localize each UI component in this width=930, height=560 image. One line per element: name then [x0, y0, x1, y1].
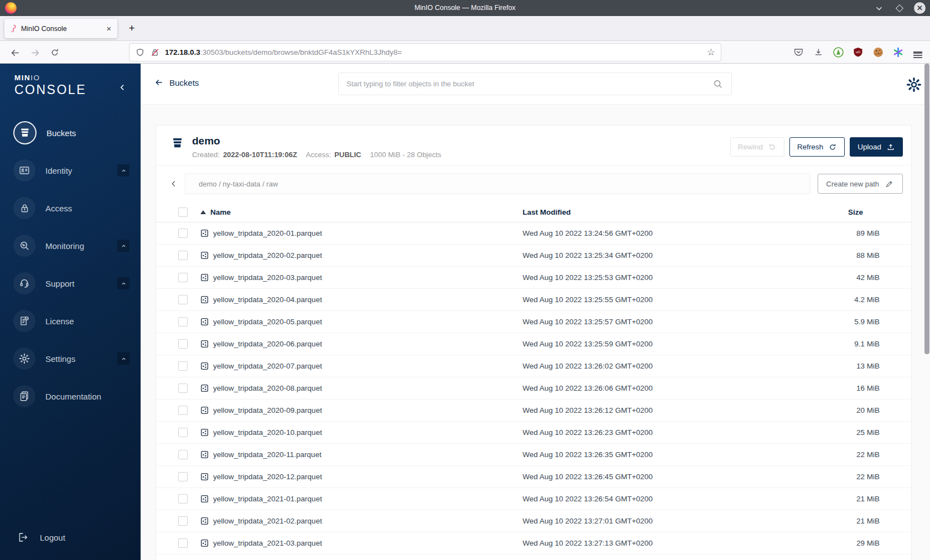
- row-checkbox[interactable]: [178, 472, 188, 481]
- table-row[interactable]: yellow_tripdata_2020-05.parquet Wed Aug …: [156, 311, 911, 333]
- back-arrow-icon: [154, 77, 164, 87]
- tracking-shield-icon[interactable]: [135, 48, 145, 58]
- back-label: Buckets: [169, 78, 199, 87]
- row-checkbox[interactable]: [178, 317, 188, 326]
- search-input[interactable]: [347, 80, 712, 88]
- downloads-icon[interactable]: [812, 45, 825, 59]
- tab-close-icon[interactable]: ×: [105, 24, 112, 33]
- asterisk-extension-icon[interactable]: [891, 45, 905, 59]
- sidebar-item-logout[interactable]: Logout: [17, 531, 65, 543]
- row-checkbox[interactable]: [178, 494, 188, 504]
- create-new-path-button[interactable]: Create new path: [818, 174, 903, 194]
- sidebar-item-buckets[interactable]: Buckets: [0, 114, 141, 152]
- access-icon: [19, 203, 30, 214]
- page-scrollbar[interactable]: [924, 64, 929, 354]
- settings-gear-icon[interactable]: [906, 76, 922, 93]
- logout-icon: [17, 531, 29, 543]
- table-row[interactable]: yellow_tripdata_2021-03.parquet Wed Aug …: [156, 532, 911, 554]
- cookie-extension-icon[interactable]: [871, 45, 885, 59]
- select-all-checkbox[interactable]: [178, 208, 188, 217]
- column-header-modified[interactable]: Last Modified: [523, 208, 848, 216]
- table-row[interactable]: yellow_tripdata_2020-03.parquet Wed Aug …: [156, 267, 911, 289]
- breadcrumb[interactable]: demo / ny-taxi-data / raw: [185, 173, 810, 194]
- table-row[interactable]: yellow_tripdata_2020-01.parquet Wed Aug …: [156, 222, 911, 245]
- insecure-lock-icon[interactable]: [150, 48, 160, 58]
- url-text: 172.18.0.3:30503/buckets/demo/browse/bnk…: [165, 48, 707, 56]
- rewind-button[interactable]: Rewind: [730, 137, 784, 157]
- upload-button[interactable]: Upload: [850, 137, 903, 157]
- menu-hamburger-icon[interactable]: [911, 45, 924, 59]
- row-checkbox[interactable]: [178, 361, 188, 371]
- column-header-name[interactable]: Name: [210, 208, 231, 216]
- refresh-icon: [828, 143, 837, 152]
- row-checkbox[interactable]: [178, 516, 188, 526]
- browser-toolbar: 172.18.0.3:30503/buckets/demo/browse/bnk…: [0, 41, 930, 64]
- table-row[interactable]: yellow_tripdata_2020-08.parquet Wed Aug …: [156, 377, 911, 400]
- chevron-up-icon[interactable]: [117, 164, 130, 177]
- table-row[interactable]: yellow_tripdata_2020-10.parquet Wed Aug …: [156, 422, 911, 444]
- ublock-origin-extension-icon[interactable]: uO: [851, 45, 865, 59]
- row-checkbox[interactable]: [178, 251, 188, 260]
- tab-bar: MinIO Console × +: [0, 16, 930, 41]
- bucket-name: demo: [192, 135, 441, 147]
- browser-back-button[interactable]: [8, 45, 22, 60]
- object-filter-searchbox: [338, 72, 732, 95]
- row-checkbox[interactable]: [178, 538, 188, 548]
- monitoring-icon: [18, 240, 30, 252]
- object-file-icon: [200, 384, 209, 392]
- row-checkbox[interactable]: [178, 339, 188, 349]
- browser-tab-minio-console[interactable]: MinIO Console ×: [4, 19, 117, 38]
- window-maximize-button[interactable]: [893, 2, 906, 14]
- back-to-buckets-link[interactable]: Buckets: [154, 77, 199, 87]
- logout-label: Logout: [40, 533, 65, 542]
- object-file-icon: [200, 362, 209, 370]
- privacy-badger-extension-icon[interactable]: [831, 45, 845, 59]
- table-row[interactable]: yellow_tripdata_2020-07.parquet Wed Aug …: [156, 355, 911, 377]
- object-file-icon: [200, 340, 209, 348]
- refresh-button[interactable]: Refresh: [789, 137, 845, 157]
- sidebar-item-settings[interactable]: Settings: [0, 340, 141, 377]
- object-file-icon: [200, 318, 209, 326]
- window-close-button[interactable]: ✕: [914, 2, 926, 14]
- table-header-row: Name Last Modified Size: [156, 202, 911, 222]
- browser-forward-button[interactable]: [28, 45, 42, 60]
- table-row[interactable]: yellow_tripdata_2020-02.parquet Wed Aug …: [156, 245, 911, 267]
- pocket-icon[interactable]: [792, 45, 805, 59]
- table-row[interactable]: yellow_tripdata_2020-04.parquet Wed Aug …: [156, 289, 911, 311]
- url-host: 172.18.0.3: [165, 48, 200, 56]
- browser-reload-button[interactable]: [48, 45, 62, 60]
- table-row[interactable]: yellow_tripdata_2021-01.parquet Wed Aug …: [156, 488, 911, 510]
- window-minimize-button[interactable]: [873, 2, 885, 14]
- url-bar[interactable]: 172.18.0.3:30503/buckets/demo/browse/bnk…: [130, 44, 721, 61]
- table-row[interactable]: yellow_tripdata_2020-11.parquet Wed Aug …: [156, 444, 911, 466]
- column-header-size[interactable]: Size: [848, 208, 885, 216]
- row-checkbox[interactable]: [178, 383, 188, 393]
- chevron-up-icon[interactable]: [117, 277, 130, 289]
- row-checkbox[interactable]: [178, 295, 188, 304]
- table-row[interactable]: yellow_tripdata_2020-09.parquet Wed Aug …: [156, 400, 911, 422]
- sidebar-collapse-icon[interactable]: [118, 84, 126, 91]
- sidebar-item-license[interactable]: License: [0, 302, 141, 340]
- row-checkbox[interactable]: [178, 450, 188, 459]
- sidebar-item-monitoring[interactable]: Monitoring: [0, 227, 141, 265]
- table-row[interactable]: yellow_tripdata_2020-06.parquet Wed Aug …: [156, 333, 911, 355]
- documentation-icon: [18, 390, 30, 402]
- row-checkbox[interactable]: [178, 273, 188, 282]
- sidebar-item-support[interactable]: Support: [0, 265, 141, 302]
- bookmark-star-icon[interactable]: ☆: [707, 46, 715, 58]
- sort-ascending-icon[interactable]: [200, 210, 206, 214]
- table-row[interactable]: yellow_tripdata_2020-12.parquet Wed Aug …: [156, 466, 911, 488]
- table-row[interactable]: yellow_tripdata_2021-02.parquet Wed Aug …: [156, 510, 911, 532]
- row-checkbox[interactable]: [178, 406, 188, 415]
- new-tab-button[interactable]: +: [124, 21, 140, 37]
- row-checkbox[interactable]: [178, 428, 188, 437]
- sidebar-item-documentation[interactable]: Documentation: [0, 377, 141, 415]
- row-checkbox[interactable]: [178, 229, 188, 238]
- path-back-chevron-icon[interactable]: [166, 176, 182, 191]
- chevron-up-icon[interactable]: [117, 240, 130, 252]
- bucket-usage: 1000 MiB - 28 Objects: [370, 151, 441, 159]
- sidebar-item-identity[interactable]: Identity: [0, 152, 141, 189]
- support-icon: [18, 277, 30, 289]
- sidebar-item-access[interactable]: Access: [0, 189, 141, 227]
- chevron-up-icon[interactable]: [117, 352, 130, 365]
